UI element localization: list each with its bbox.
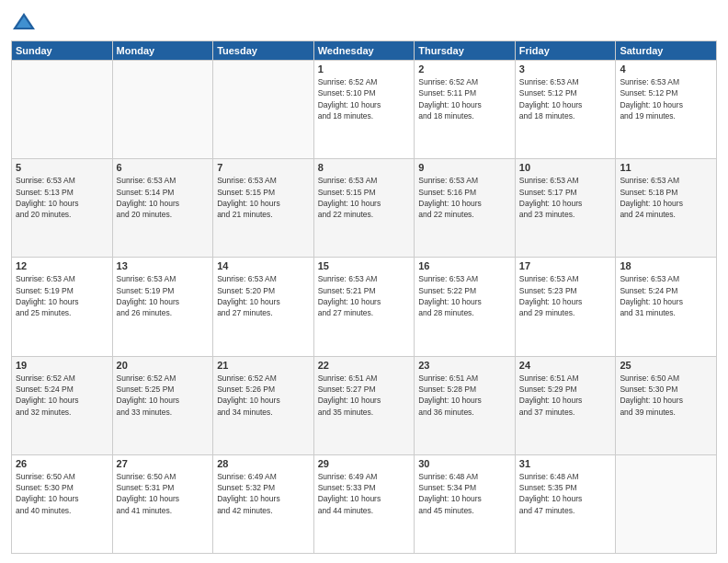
day-info: Sunrise: 6:53 AMSunset: 5:19 PMDaylight:…: [16, 273, 108, 318]
day-info: Sunrise: 6:53 AMSunset: 5:17 PMDaylight:…: [519, 175, 612, 220]
day-info: Sunrise: 6:53 AMSunset: 5:15 PMDaylight:…: [217, 175, 310, 220]
day-info: Sunrise: 6:48 AMSunset: 5:35 PMDaylight:…: [519, 471, 612, 516]
day-number: 25: [620, 360, 712, 371]
logo: [11, 9, 40, 35]
calendar-cell: 21Sunrise: 6:52 AMSunset: 5:26 PMDayligh…: [213, 356, 314, 454]
header: [11, 9, 717, 35]
day-info: Sunrise: 6:49 AMSunset: 5:32 PMDaylight:…: [217, 471, 310, 516]
day-info: Sunrise: 6:52 AMSunset: 5:25 PMDaylight:…: [117, 373, 210, 418]
day-info: Sunrise: 6:53 AMSunset: 5:12 PMDaylight:…: [620, 76, 712, 121]
day-number: 24: [519, 360, 612, 371]
calendar-cell: 13Sunrise: 6:53 AMSunset: 5:19 PMDayligh…: [112, 258, 213, 356]
day-number: 2: [418, 63, 511, 75]
day-info: Sunrise: 6:53 AMSunset: 5:22 PMDaylight:…: [418, 273, 511, 318]
day-number: 14: [217, 260, 310, 271]
calendar-cell: 23Sunrise: 6:51 AMSunset: 5:28 PMDayligh…: [415, 356, 516, 454]
calendar-week-row: 19Sunrise: 6:52 AMSunset: 5:24 PMDayligh…: [12, 356, 717, 454]
calendar-cell: 9Sunrise: 6:53 AMSunset: 5:16 PMDaylight…: [415, 159, 516, 258]
day-info: Sunrise: 6:53 AMSunset: 5:24 PMDaylight:…: [620, 273, 712, 318]
day-info: Sunrise: 6:53 AMSunset: 5:18 PMDaylight:…: [620, 175, 712, 220]
calendar-header-tuesday: Tuesday: [213, 41, 314, 61]
day-info: Sunrise: 6:53 AMSunset: 5:19 PMDaylight:…: [117, 273, 210, 318]
day-number: 12: [16, 260, 108, 271]
day-info: Sunrise: 6:52 AMSunset: 5:26 PMDaylight:…: [217, 373, 310, 418]
day-number: 15: [318, 260, 411, 271]
calendar-week-row: 26Sunrise: 6:50 AMSunset: 5:30 PMDayligh…: [12, 454, 717, 553]
day-number: 19: [16, 360, 108, 371]
day-number: 31: [519, 458, 612, 469]
calendar-cell: 14Sunrise: 6:53 AMSunset: 5:20 PMDayligh…: [213, 258, 314, 356]
day-info: Sunrise: 6:50 AMSunset: 5:30 PMDaylight:…: [16, 471, 108, 516]
calendar-cell: 25Sunrise: 6:50 AMSunset: 5:30 PMDayligh…: [616, 356, 717, 454]
calendar-week-row: 1Sunrise: 6:52 AMSunset: 5:10 PMDaylight…: [12, 61, 717, 159]
day-number: 8: [318, 162, 411, 173]
day-number: 27: [117, 458, 210, 469]
calendar-cell: 27Sunrise: 6:50 AMSunset: 5:31 PMDayligh…: [112, 454, 213, 553]
calendar-cell: 19Sunrise: 6:52 AMSunset: 5:24 PMDayligh…: [12, 356, 113, 454]
calendar-week-row: 5Sunrise: 6:53 AMSunset: 5:13 PMDaylight…: [12, 159, 717, 258]
logo-icon: [11, 9, 37, 35]
calendar-header-sunday: Sunday: [12, 41, 113, 61]
calendar-cell: 2Sunrise: 6:52 AMSunset: 5:11 PMDaylight…: [415, 61, 516, 159]
day-info: Sunrise: 6:51 AMSunset: 5:29 PMDaylight:…: [519, 373, 612, 418]
day-number: 17: [519, 260, 612, 271]
day-number: 28: [217, 458, 310, 469]
calendar-cell: 28Sunrise: 6:49 AMSunset: 5:32 PMDayligh…: [213, 454, 314, 553]
day-info: Sunrise: 6:53 AMSunset: 5:20 PMDaylight:…: [217, 273, 310, 318]
day-number: 9: [418, 162, 511, 173]
day-info: Sunrise: 6:50 AMSunset: 5:30 PMDaylight:…: [620, 373, 712, 418]
calendar-cell: 16Sunrise: 6:53 AMSunset: 5:22 PMDayligh…: [415, 258, 516, 356]
day-info: Sunrise: 6:53 AMSunset: 5:12 PMDaylight:…: [519, 76, 612, 121]
day-number: 30: [418, 458, 511, 469]
calendar-header-saturday: Saturday: [616, 41, 717, 61]
calendar-cell: 4Sunrise: 6:53 AMSunset: 5:12 PMDaylight…: [616, 61, 717, 159]
calendar-cell: [213, 61, 314, 159]
calendar-cell: 1Sunrise: 6:52 AMSunset: 5:10 PMDaylight…: [313, 61, 415, 159]
day-number: 13: [117, 260, 210, 271]
calendar-cell: 10Sunrise: 6:53 AMSunset: 5:17 PMDayligh…: [515, 159, 616, 258]
day-info: Sunrise: 6:48 AMSunset: 5:34 PMDaylight:…: [418, 471, 511, 516]
day-number: 11: [620, 162, 712, 173]
calendar-cell: 22Sunrise: 6:51 AMSunset: 5:27 PMDayligh…: [313, 356, 415, 454]
day-number: 22: [318, 360, 411, 371]
calendar-header-monday: Monday: [112, 41, 213, 61]
calendar-cell: 20Sunrise: 6:52 AMSunset: 5:25 PMDayligh…: [112, 356, 213, 454]
day-number: 20: [117, 360, 210, 371]
calendar-cell: 6Sunrise: 6:53 AMSunset: 5:14 PMDaylight…: [112, 159, 213, 258]
calendar-cell: 30Sunrise: 6:48 AMSunset: 5:34 PMDayligh…: [415, 454, 516, 553]
day-number: 4: [620, 63, 712, 75]
calendar-header-thursday: Thursday: [415, 41, 516, 61]
day-number: 10: [519, 162, 612, 173]
day-number: 21: [217, 360, 310, 371]
calendar-header-friday: Friday: [515, 41, 616, 61]
day-info: Sunrise: 6:53 AMSunset: 5:16 PMDaylight:…: [418, 175, 511, 220]
calendar-cell: 24Sunrise: 6:51 AMSunset: 5:29 PMDayligh…: [515, 356, 616, 454]
day-number: 18: [620, 260, 712, 271]
day-info: Sunrise: 6:52 AMSunset: 5:24 PMDaylight:…: [16, 373, 108, 418]
page: SundayMondayTuesdayWednesdayThursdayFrid…: [0, 0, 728, 563]
day-number: 1: [318, 63, 411, 75]
day-number: 6: [117, 162, 210, 173]
calendar-cell: 17Sunrise: 6:53 AMSunset: 5:23 PMDayligh…: [515, 258, 616, 356]
calendar-week-row: 12Sunrise: 6:53 AMSunset: 5:19 PMDayligh…: [12, 258, 717, 356]
day-info: Sunrise: 6:53 AMSunset: 5:21 PMDaylight:…: [318, 273, 411, 318]
calendar-cell: 18Sunrise: 6:53 AMSunset: 5:24 PMDayligh…: [616, 258, 717, 356]
calendar-cell: 3Sunrise: 6:53 AMSunset: 5:12 PMDaylight…: [515, 61, 616, 159]
day-info: Sunrise: 6:53 AMSunset: 5:14 PMDaylight:…: [117, 175, 210, 220]
day-info: Sunrise: 6:52 AMSunset: 5:11 PMDaylight:…: [418, 76, 511, 121]
day-number: 16: [418, 260, 511, 271]
calendar-cell: [112, 61, 213, 159]
calendar-cell: 11Sunrise: 6:53 AMSunset: 5:18 PMDayligh…: [616, 159, 717, 258]
calendar-cell: 31Sunrise: 6:48 AMSunset: 5:35 PMDayligh…: [515, 454, 616, 553]
day-number: 29: [318, 458, 411, 469]
day-number: 23: [418, 360, 511, 371]
day-number: 7: [217, 162, 310, 173]
day-info: Sunrise: 6:51 AMSunset: 5:27 PMDaylight:…: [318, 373, 411, 418]
calendar-header-wednesday: Wednesday: [313, 41, 415, 61]
day-info: Sunrise: 6:53 AMSunset: 5:15 PMDaylight:…: [318, 175, 411, 220]
calendar-cell: 5Sunrise: 6:53 AMSunset: 5:13 PMDaylight…: [12, 159, 113, 258]
calendar-cell: 26Sunrise: 6:50 AMSunset: 5:30 PMDayligh…: [12, 454, 113, 553]
day-info: Sunrise: 6:52 AMSunset: 5:10 PMDaylight:…: [318, 76, 411, 121]
day-info: Sunrise: 6:53 AMSunset: 5:13 PMDaylight:…: [16, 175, 108, 220]
day-info: Sunrise: 6:50 AMSunset: 5:31 PMDaylight:…: [117, 471, 210, 516]
